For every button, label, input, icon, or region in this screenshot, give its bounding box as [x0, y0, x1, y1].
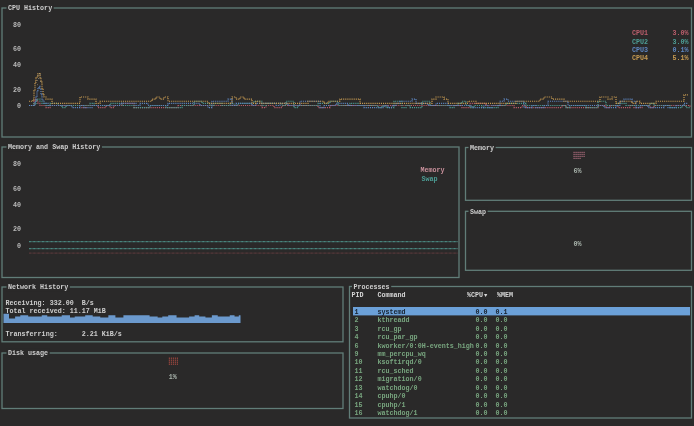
svg-text:0.0: 0.0 [475, 409, 487, 417]
svg-text:cpuhp/0: cpuhp/0 [378, 392, 406, 400]
svg-text:80: 80 [13, 21, 21, 29]
svg-text:Swap: Swap [422, 175, 438, 183]
svg-text:0.0: 0.0 [495, 350, 507, 358]
svg-text:mm_percpu_wq: mm_percpu_wq [378, 350, 426, 358]
svg-text:%CPU: %CPU [467, 291, 483, 299]
svg-text:10: 10 [355, 358, 363, 366]
svg-text:4: 4 [355, 333, 359, 341]
svg-text:0.0: 0.0 [495, 316, 507, 324]
svg-text:0.0: 0.0 [475, 358, 487, 366]
svg-text:ksoftirqd/0: ksoftirqd/0 [378, 358, 422, 366]
svg-text:40: 40 [13, 61, 21, 69]
svg-text:Receiving: 332.00 B/s: Receiving: 332.00 B/s [6, 299, 94, 307]
svg-text:rcu_gp: rcu_gp [378, 325, 402, 333]
svg-text:16: 16 [355, 409, 363, 417]
svg-text:0.0: 0.0 [495, 384, 507, 392]
svg-text:0.1: 0.1 [495, 308, 507, 316]
svg-text:40: 40 [13, 201, 21, 209]
svg-text:CPU History: CPU History [8, 4, 52, 12]
svg-text:13: 13 [355, 384, 363, 392]
svg-text:Swap: Swap [470, 208, 486, 216]
svg-text:5.1%: 5.1% [672, 54, 689, 62]
svg-text:14: 14 [355, 392, 363, 400]
svg-text:9: 9 [355, 350, 359, 358]
svg-text:0.0: 0.0 [495, 333, 507, 341]
svg-text:0.0: 0.0 [475, 350, 487, 358]
svg-text:0.0: 0.0 [495, 392, 507, 400]
svg-text:0.0: 0.0 [495, 358, 507, 366]
svg-text:systemd: systemd [378, 308, 406, 316]
svg-text:15: 15 [355, 401, 363, 409]
svg-text:Memory and Swap History: Memory and Swap History [8, 143, 100, 151]
svg-text:0.0: 0.0 [495, 409, 507, 417]
svg-text:2: 2 [355, 316, 359, 324]
svg-text:0.0: 0.0 [475, 308, 487, 316]
svg-text:11: 11 [355, 367, 363, 375]
svg-text:0.0: 0.0 [495, 342, 507, 350]
svg-text:rcu_par_gp: rcu_par_gp [378, 333, 418, 341]
svg-text:kworker/0:0H-events_high: kworker/0:0H-events_high [378, 342, 474, 350]
svg-text:Transferring: 2.21 KiB/s: Transferring: 2.21 KiB/s [6, 330, 122, 338]
svg-text:60: 60 [13, 185, 21, 193]
svg-text:3: 3 [355, 325, 359, 333]
svg-text:PID: PID [352, 291, 364, 299]
svg-text:0.0: 0.0 [495, 401, 507, 409]
svg-text:0.0: 0.0 [475, 325, 487, 333]
svg-text:0.0: 0.0 [475, 375, 487, 383]
svg-text:0.0: 0.0 [495, 375, 507, 383]
svg-text:cpuhp/1: cpuhp/1 [378, 401, 406, 409]
svg-text:0.0: 0.0 [495, 325, 507, 333]
svg-text:80: 80 [13, 160, 21, 168]
svg-text:0.0: 0.0 [495, 367, 507, 375]
svg-text:20: 20 [13, 225, 21, 233]
svg-text:3.0%: 3.0% [672, 38, 689, 46]
svg-text:Disk usage: Disk usage [8, 349, 48, 357]
svg-text:rcu_sched: rcu_sched [378, 367, 414, 375]
svg-text:0.0: 0.0 [475, 392, 487, 400]
svg-text:0.0: 0.0 [475, 333, 487, 341]
svg-text:CPU4: CPU4 [632, 54, 648, 62]
svg-text:%MEM: %MEM [497, 291, 513, 299]
svg-text:Total received: 11.17 MiB: Total received: 11.17 MiB [6, 307, 106, 315]
svg-text:12: 12 [355, 375, 363, 383]
svg-text:0: 0 [17, 242, 21, 250]
svg-text:0: 0 [17, 102, 21, 110]
svg-text:Memory: Memory [470, 144, 494, 152]
svg-text:Memory: Memory [421, 166, 445, 174]
svg-text:CPU2: CPU2 [632, 38, 648, 46]
svg-text:0.0: 0.0 [475, 367, 487, 375]
svg-text:Network History: Network History [8, 283, 68, 291]
svg-text:20: 20 [13, 86, 21, 94]
svg-text:watchdog/1: watchdog/1 [378, 409, 418, 417]
svg-text:0.1%: 0.1% [672, 46, 689, 54]
svg-text:watchdog/0: watchdog/0 [378, 384, 418, 392]
svg-text:1%: 1% [169, 373, 178, 381]
svg-text:CPU1: CPU1 [632, 29, 648, 37]
svg-text:migration/0: migration/0 [378, 375, 422, 383]
svg-text:0.0: 0.0 [475, 384, 487, 392]
svg-text:0.0: 0.0 [475, 316, 487, 324]
svg-text:kthreadd: kthreadd [378, 316, 410, 324]
svg-text:0%: 0% [573, 240, 582, 248]
svg-text:CPU3: CPU3 [632, 46, 648, 54]
svg-text:6%: 6% [573, 167, 582, 175]
svg-text:3.0%: 3.0% [672, 29, 689, 37]
svg-text:0.0: 0.0 [475, 401, 487, 409]
svg-text:0.0: 0.0 [475, 342, 487, 350]
svg-text:6: 6 [355, 342, 359, 350]
svg-text:Command: Command [378, 291, 406, 299]
svg-text:1: 1 [355, 308, 359, 316]
svg-text:60: 60 [13, 45, 21, 53]
